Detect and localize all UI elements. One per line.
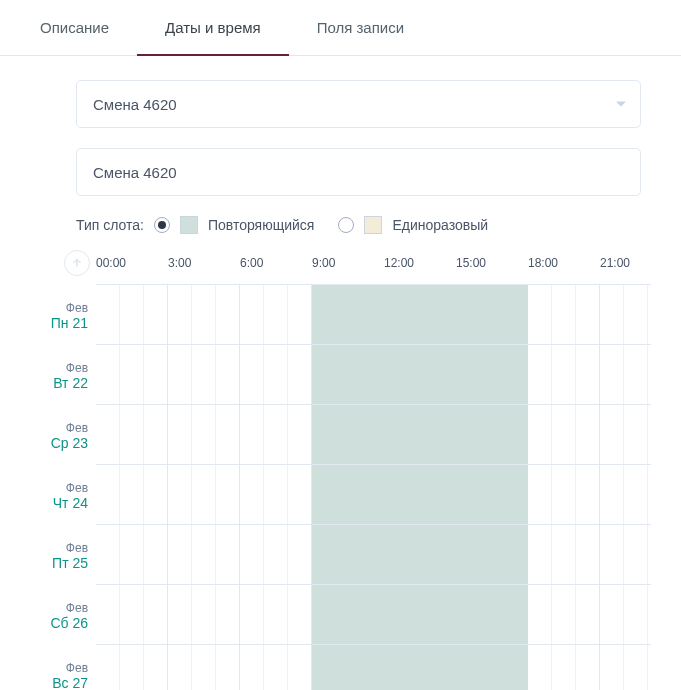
grid-cell[interactable] bbox=[624, 345, 648, 404]
grid-cell[interactable] bbox=[144, 465, 168, 524]
grid-cell[interactable] bbox=[624, 525, 648, 584]
grid-cell[interactable] bbox=[144, 345, 168, 404]
grid-cell[interactable] bbox=[120, 585, 144, 644]
grid-cell[interactable] bbox=[120, 525, 144, 584]
schedule-row[interactable] bbox=[96, 584, 651, 644]
grid-cell[interactable] bbox=[144, 405, 168, 464]
grid-cell[interactable] bbox=[240, 465, 264, 524]
slot-highlight[interactable] bbox=[312, 525, 528, 584]
grid-cell[interactable] bbox=[264, 585, 288, 644]
shift-input[interactable]: Смена 4620 bbox=[76, 148, 641, 196]
grid-cell[interactable] bbox=[240, 345, 264, 404]
grid-cell[interactable] bbox=[552, 405, 576, 464]
tab-0[interactable]: Описание bbox=[12, 0, 137, 55]
grid-cell[interactable] bbox=[168, 345, 192, 404]
grid-cell[interactable] bbox=[216, 285, 240, 344]
grid-cell[interactable] bbox=[288, 585, 312, 644]
grid-cell[interactable] bbox=[552, 285, 576, 344]
grid-cell[interactable] bbox=[120, 405, 144, 464]
grid-cell[interactable] bbox=[264, 465, 288, 524]
grid-cell[interactable] bbox=[528, 345, 552, 404]
grid-cell[interactable] bbox=[552, 345, 576, 404]
grid-cell[interactable] bbox=[576, 285, 600, 344]
grid-cell[interactable] bbox=[624, 405, 648, 464]
grid-cell[interactable] bbox=[528, 285, 552, 344]
grid-cell[interactable] bbox=[168, 645, 192, 690]
grid-cell[interactable] bbox=[216, 465, 240, 524]
grid-cell[interactable] bbox=[216, 405, 240, 464]
scroll-up-button[interactable] bbox=[64, 250, 90, 276]
grid-cell[interactable] bbox=[528, 585, 552, 644]
grid-cell[interactable] bbox=[264, 525, 288, 584]
grid-cell[interactable] bbox=[552, 525, 576, 584]
grid-cell[interactable] bbox=[120, 465, 144, 524]
grid-cell[interactable] bbox=[288, 405, 312, 464]
schedule-row[interactable] bbox=[96, 524, 651, 584]
tab-1[interactable]: Даты и время bbox=[137, 0, 289, 55]
grid-cell[interactable] bbox=[144, 525, 168, 584]
day-dow-link[interactable]: Ср 23 bbox=[51, 435, 88, 451]
slot-highlight[interactable] bbox=[312, 645, 528, 690]
grid-cell[interactable] bbox=[120, 345, 144, 404]
grid-cell[interactable] bbox=[96, 585, 120, 644]
grid-cell[interactable] bbox=[624, 285, 648, 344]
grid-cell[interactable] bbox=[288, 285, 312, 344]
slot-highlight[interactable] bbox=[312, 345, 528, 404]
grid-cell[interactable] bbox=[600, 285, 624, 344]
grid-cell[interactable] bbox=[528, 525, 552, 584]
grid-cell[interactable] bbox=[264, 405, 288, 464]
grid-cell[interactable] bbox=[600, 645, 624, 690]
slot-radio-1[interactable] bbox=[338, 217, 354, 233]
day-dow-link[interactable]: Пн 21 bbox=[51, 315, 88, 331]
grid-cell[interactable] bbox=[144, 585, 168, 644]
grid-cell[interactable] bbox=[96, 645, 120, 690]
schedule-row[interactable] bbox=[96, 344, 651, 404]
shift-select[interactable]: Смена 4620 bbox=[76, 80, 641, 128]
slot-radio-0[interactable] bbox=[154, 217, 170, 233]
grid-cell[interactable] bbox=[240, 525, 264, 584]
grid-cell[interactable] bbox=[648, 345, 651, 404]
grid-cell[interactable] bbox=[264, 285, 288, 344]
schedule-row[interactable] bbox=[96, 644, 651, 690]
grid-cell[interactable] bbox=[576, 645, 600, 690]
grid-cell[interactable] bbox=[168, 285, 192, 344]
grid-cell[interactable] bbox=[648, 285, 651, 344]
grid-cell[interactable] bbox=[264, 345, 288, 404]
grid-cell[interactable] bbox=[288, 645, 312, 690]
grid-cell[interactable] bbox=[648, 525, 651, 584]
grid-cell[interactable] bbox=[192, 585, 216, 644]
grid-cell[interactable] bbox=[240, 645, 264, 690]
grid-cell[interactable] bbox=[240, 285, 264, 344]
grid-cell[interactable] bbox=[192, 465, 216, 524]
day-dow-link[interactable]: Чт 24 bbox=[53, 495, 88, 511]
grid-cell[interactable] bbox=[288, 525, 312, 584]
grid-cell[interactable] bbox=[576, 585, 600, 644]
grid-cell[interactable] bbox=[120, 285, 144, 344]
grid-cell[interactable] bbox=[120, 645, 144, 690]
slot-highlight[interactable] bbox=[312, 285, 528, 344]
grid-cell[interactable] bbox=[552, 645, 576, 690]
day-dow-link[interactable]: Вт 22 bbox=[53, 375, 88, 391]
grid-cell[interactable] bbox=[576, 525, 600, 584]
grid-cell[interactable] bbox=[624, 465, 648, 524]
grid-cell[interactable] bbox=[528, 465, 552, 524]
grid-cell[interactable] bbox=[216, 645, 240, 690]
grid-cell[interactable] bbox=[192, 345, 216, 404]
grid-cell[interactable] bbox=[288, 465, 312, 524]
grid-cell[interactable] bbox=[576, 465, 600, 524]
grid-cell[interactable] bbox=[96, 285, 120, 344]
grid-cell[interactable] bbox=[648, 645, 651, 690]
grid-cell[interactable] bbox=[528, 645, 552, 690]
day-dow-link[interactable]: Сб 26 bbox=[50, 615, 88, 631]
grid-cell[interactable] bbox=[192, 525, 216, 584]
grid-cell[interactable] bbox=[240, 405, 264, 464]
grid-cell[interactable] bbox=[264, 645, 288, 690]
grid-cell[interactable] bbox=[288, 345, 312, 404]
grid-cell[interactable] bbox=[96, 525, 120, 584]
grid-cell[interactable] bbox=[648, 585, 651, 644]
grid-cell[interactable] bbox=[144, 285, 168, 344]
grid-cell[interactable] bbox=[624, 585, 648, 644]
grid-cell[interactable] bbox=[144, 645, 168, 690]
grid-cell[interactable] bbox=[96, 345, 120, 404]
grid-cell[interactable] bbox=[168, 585, 192, 644]
